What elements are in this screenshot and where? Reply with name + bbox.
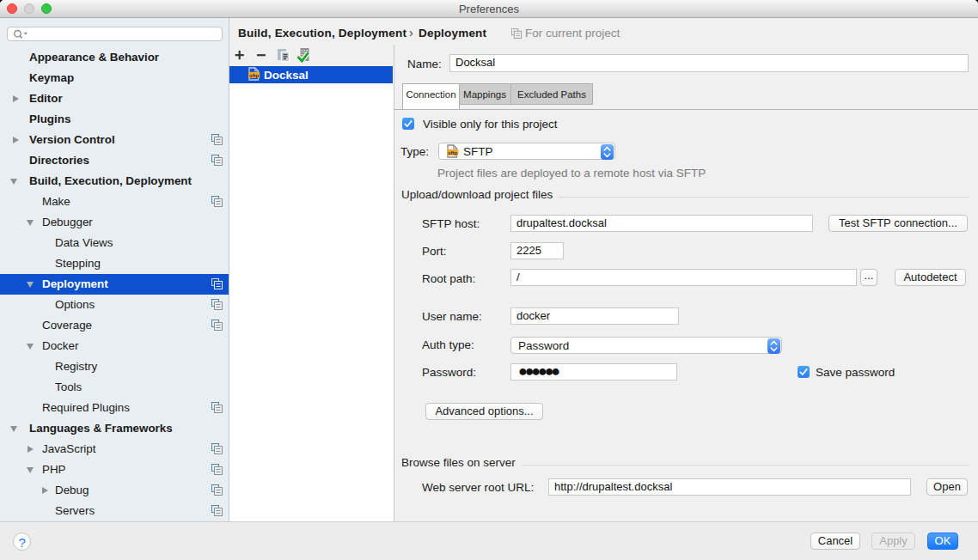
svg-text:sftp: sftp xyxy=(448,150,457,155)
svg-text:sftp: sftp xyxy=(249,73,259,78)
